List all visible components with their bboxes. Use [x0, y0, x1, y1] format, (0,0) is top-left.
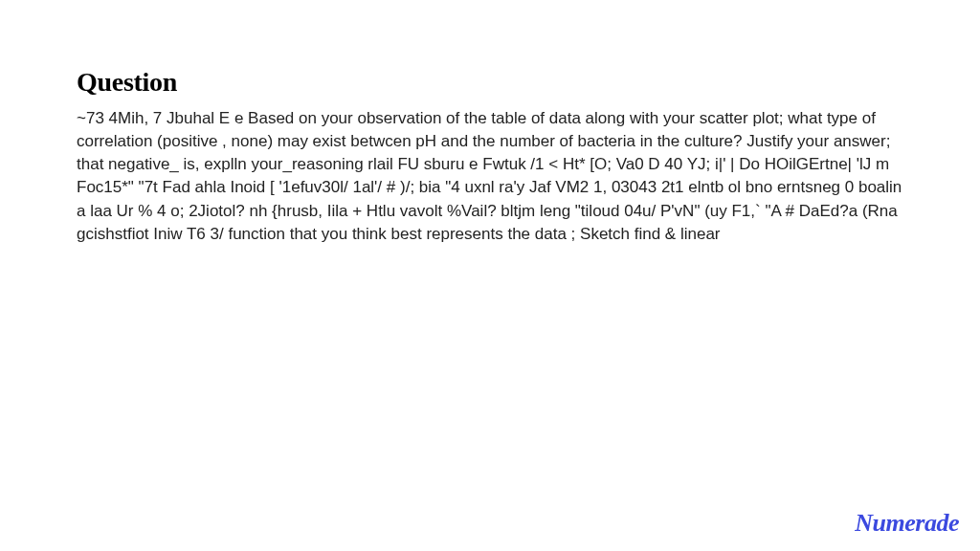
question-content: Question ~73 4Mih, 7 Jbuhal E e Based on… — [0, 0, 980, 246]
brand-text: Numerade — [855, 509, 959, 537]
question-body: ~73 4Mih, 7 Jbuhal E e Based on your obs… — [77, 107, 903, 246]
question-heading: Question — [77, 67, 903, 98]
brand-logo: Numerade — [855, 509, 959, 538]
